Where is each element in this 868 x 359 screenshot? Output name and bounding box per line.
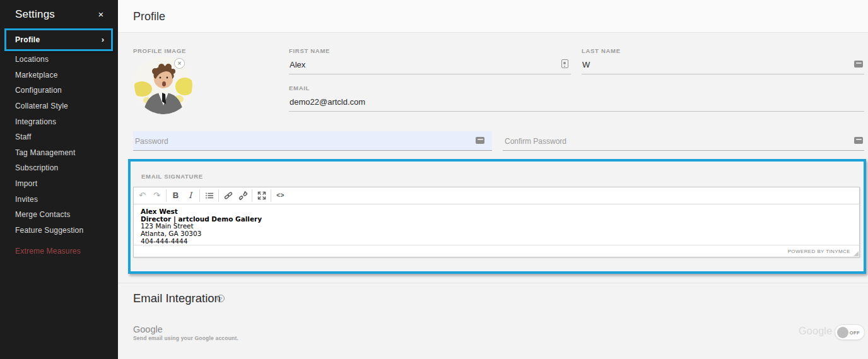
sidebar-item-feature-suggestion[interactable]: Feature Suggestion [0, 223, 118, 238]
toggle-state-label: OFF [850, 330, 860, 336]
fullscreen-icon[interactable] [254, 189, 269, 202]
signature-line: Director | artcloud Demo Gallery [141, 216, 859, 223]
settings-page: Settings × Profile › Locations Marketpla… [0, 0, 868, 359]
password-field-wrap [133, 131, 492, 151]
toggle-knob [837, 327, 848, 338]
insert-link-icon[interactable] [221, 189, 235, 202]
profile-image-label: PROFILE IMAGE [133, 47, 186, 54]
email-label: EMAIL [289, 85, 310, 91]
signature-content[interactable]: Alex West Director | artcloud Demo Galle… [134, 204, 859, 246]
sidebar-item-configuration[interactable]: Configuration [0, 83, 118, 98]
page-header: Profile [118, 0, 868, 33]
sidebar-nav: Locations Marketplace Configuration Coll… [0, 52, 118, 238]
sidebar-title: Settings [15, 8, 55, 21]
sidebar-item-integrations[interactable]: Integrations [0, 114, 118, 129]
first-name-input[interactable] [289, 56, 571, 74]
editor-toolbar: ↶ ↷ B I [134, 187, 859, 203]
sidebar-item-subscription[interactable]: Subscription [0, 160, 118, 176]
toolbar-separator [252, 189, 252, 202]
sidebar-item-tag-management[interactable]: Tag Management [0, 145, 118, 161]
confirm-password-input[interactable] [503, 131, 864, 150]
redo-icon[interactable]: ↷ [150, 189, 164, 202]
sidebar-item-invites[interactable]: Invites [0, 191, 118, 207]
confirm-password-field-wrap [503, 131, 864, 151]
editor-statusbar: POWERED BY TINYMCE [134, 245, 859, 257]
sidebar-item-merge-contacts[interactable]: Merge Contacts [0, 207, 118, 223]
email-input[interactable] [289, 93, 864, 111]
last-name-field-wrap [582, 56, 864, 74]
toolbar-separator [166, 189, 167, 202]
page-title: Profile [133, 10, 165, 23]
settings-sidebar: Settings × Profile › Locations Marketpla… [0, 0, 118, 359]
bold-button[interactable]: B [168, 189, 183, 202]
sidebar-item-label: Profile [15, 35, 40, 44]
sidebar-item-marketplace[interactable]: Marketplace [0, 68, 118, 83]
email-field-wrap [289, 93, 864, 112]
sidebar-item-extreme-measures[interactable]: Extreme Measures [15, 247, 81, 256]
signature-line: Alex West [141, 208, 859, 216]
powered-by-tinymce-label: POWERED BY TINYMCE [788, 249, 850, 254]
toolbar-separator [199, 189, 200, 202]
signature-line: 404-444-4444 [141, 238, 859, 245]
keyboard-icon[interactable] [854, 61, 863, 68]
last-name-input[interactable] [582, 56, 864, 74]
google-integration-toggle[interactable]: OFF [835, 324, 865, 340]
first-name-field-wrap [289, 56, 571, 74]
chevron-right-icon: › [102, 35, 104, 44]
remove-avatar-button[interactable]: × [174, 58, 185, 69]
email-signature-label: EMAIL SIGNATURE [141, 173, 203, 180]
signature-editor: ↶ ↷ B I [133, 187, 860, 257]
keyboard-icon[interactable] [476, 137, 484, 144]
sidebar-item-collateral-style[interactable]: Collateral Style [0, 98, 118, 114]
password-input[interactable] [133, 131, 492, 150]
email-integration-title: Email Integration [133, 291, 221, 305]
autofill-contact-icon[interactable] [561, 59, 568, 68]
italic-button[interactable]: I [183, 189, 197, 202]
section-divider [118, 283, 868, 283]
google-logo: Google [799, 326, 832, 337]
undo-icon[interactable]: ↶ [135, 189, 150, 202]
keyboard-icon[interactable] [854, 137, 863, 144]
last-name-label: LAST NAME [582, 47, 621, 54]
sidebar-item-import[interactable]: Import [0, 176, 118, 192]
help-icon[interactable]: ? [217, 295, 225, 302]
sidebar-item-locations[interactable]: Locations [0, 52, 118, 68]
google-integration-name: Google [133, 324, 163, 334]
toolbar-separator [218, 189, 219, 202]
source-code-icon[interactable]: <> [273, 189, 288, 202]
sidebar-item-profile[interactable]: Profile › [4, 28, 113, 51]
signature-line: Atlanta, GA 30303 [141, 230, 859, 238]
close-icon[interactable]: × [95, 9, 107, 20]
sidebar-item-staff[interactable]: Staff [0, 129, 118, 145]
first-name-label: FIRST NAME [289, 47, 330, 54]
toolbar-separator [271, 189, 271, 202]
google-integration-description: Send email using your Google account. [133, 335, 238, 341]
bullet-list-icon[interactable] [202, 189, 216, 202]
remove-link-icon[interactable] [235, 189, 250, 202]
resize-handle-icon[interactable] [853, 251, 859, 256]
signature-line: 123 Main Street [141, 223, 859, 230]
